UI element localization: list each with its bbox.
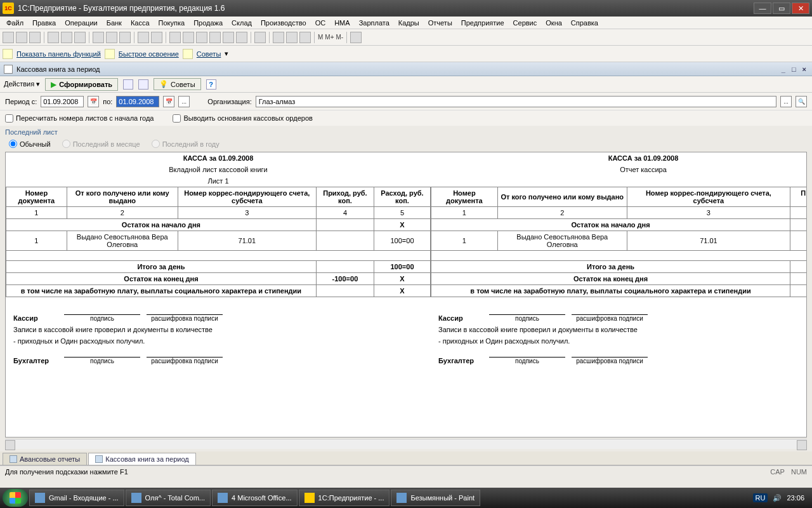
tips-link[interactable]: Советы [197,50,221,58]
menu-bank[interactable]: Банк [103,18,126,28]
menu-staff[interactable]: Кадры [395,18,423,28]
minimize-button[interactable]: — [754,3,771,14]
col-doc-num: Номер документа [6,187,67,207]
menu-warehouse[interactable]: Склад [228,18,256,28]
menu-service[interactable]: Сервис [509,18,541,28]
tool-icon[interactable] [196,32,207,43]
table-icon[interactable] [273,32,284,43]
menu-cash[interactable]: Касса [127,18,154,28]
menu-file[interactable]: Файл [3,18,27,28]
find-icon[interactable] [93,32,104,43]
calendar-icon[interactable]: 📅 [163,96,174,107]
show-basis-checkbox[interactable]: Выводить основания кассовых ордеров [173,114,312,123]
maximize-button[interactable]: ▭ [773,3,790,14]
mem-m[interactable]: M [318,34,323,41]
actions-dropdown[interactable]: Действия ▾ [4,80,40,88]
accountant-label: Бухгалтер [438,357,483,364]
close-button[interactable]: ✕ [792,3,809,14]
taskbar: Gmail - Входящие - ... Оля^ - Total Com.… [0,488,812,508]
menu-production[interactable]: Производство [257,18,310,28]
redo-icon[interactable] [119,32,131,43]
bulb-icon: 💡 [159,80,168,88]
group-title: Последний лист [5,127,807,137]
calendar-icon[interactable] [151,32,162,43]
taskbar-totalcmd[interactable]: Оля^ - Total Com... [126,490,211,506]
period-picker-button[interactable]: ... [178,96,190,107]
org-input[interactable]: Глаз-алмаз [256,96,776,107]
radio-usual[interactable]: Обычный [9,140,51,148]
tool-icon[interactable] [209,32,221,43]
status-num: NUM [791,468,807,476]
colnum: 3 [178,207,316,219]
paste-icon[interactable] [74,32,86,43]
tips-button[interactable]: 💡Советы [154,78,200,90]
mem-mplus[interactable]: M+ [325,34,334,41]
menu-edit[interactable]: Правка [29,18,60,28]
form-button[interactable]: ▶Сформировать [45,78,118,91]
help-button[interactable]: ? [206,79,216,90]
org-search-button[interactable]: 🔍 [796,96,807,107]
open-icon[interactable] [16,32,27,43]
radio-month[interactable]: Последний в месяце [62,140,140,148]
tool-icon[interactable] [223,32,234,43]
date-to-input[interactable] [116,96,159,107]
menu-reports[interactable]: Отчеты [424,18,456,28]
table-icon[interactable] [299,32,311,43]
tab-advance-reports[interactable]: Авансовые отчеты [3,453,87,465]
date-from-input[interactable] [41,96,84,107]
doc-restore-button[interactable]: _ [780,65,787,73]
menu-help[interactable]: Справка [567,18,602,28]
tool1-icon[interactable] [123,79,133,90]
lang-indicator[interactable]: RU [753,493,768,502]
office-icon [218,493,228,503]
horizontal-scrollbar[interactable] [5,439,807,449]
menu-windows[interactable]: Окна [542,18,566,28]
menu-operations[interactable]: Операции [61,18,101,28]
fast-learn-link[interactable]: Быстрое освоение [119,50,179,58]
colnum: 3 [627,207,790,219]
save-icon[interactable] [29,32,41,43]
tool-icon[interactable] [236,32,247,43]
radio-year[interactable]: Последний в году [152,140,219,148]
clock[interactable]: 23:06 [787,494,804,502]
tab-cash-book[interactable]: Кассовая книга за период [88,453,195,465]
menu-purchase[interactable]: Покупка [155,18,189,28]
menu-os[interactable]: ОС [311,18,330,28]
dropdown-icon[interactable]: ▾ [225,50,228,58]
help-icon[interactable] [254,32,266,43]
new-icon[interactable] [3,32,14,43]
doc-max-button[interactable]: □ [790,65,798,73]
taskbar-office[interactable]: 4 Microsoft Office... [212,490,298,506]
mem-mminus[interactable]: M- [336,34,344,41]
taskbar-paint[interactable]: Безымянный - Paint [391,490,480,506]
menu-salary[interactable]: Зарплата [355,18,393,28]
menu-enterprise[interactable]: Предприятие [457,18,508,28]
taskbar-1c[interactable]: 1С:Предприятие - ... [299,490,390,506]
cut-icon[interactable] [48,32,59,43]
tool-icon[interactable] [169,32,181,43]
org-dots-button[interactable]: ... [780,96,792,107]
tray-icon[interactable]: 🔊 [773,494,782,502]
recalc-checkbox[interactable]: Пересчитать номера листов с начала года [5,114,154,123]
undo-icon[interactable] [106,32,117,43]
row-salary: в том числе на заработную плату, выплаты… [6,285,317,297]
cell: 100=00 [374,261,430,273]
window-title: 1С:Предприятие - Бухгалтерия предприятия… [18,4,754,13]
calendar-icon[interactable]: 📅 [88,96,99,107]
calc-icon[interactable] [138,32,149,43]
row-start: Остаток на начало дня [6,219,317,231]
menu-sale[interactable]: Продажа [190,18,226,28]
report-title: КАССА за 01.09.2008 [6,152,431,164]
tool2-icon[interactable] [138,79,148,90]
tool-icon[interactable] [183,32,194,43]
table-icon[interactable] [286,32,298,43]
start-button[interactable] [3,489,28,507]
report-area[interactable]: КАССА за 01.09.2008 Вкладной лист кассов… [5,152,807,438]
show-panel-link[interactable]: Показать панель функций [16,50,101,58]
menu-nma[interactable]: НМА [331,18,353,28]
taskbar-gmail[interactable]: Gmail - Входящие - ... [29,490,124,506]
doc-close-button[interactable]: × [801,65,808,73]
copy-icon[interactable] [61,32,72,43]
colnum: 1 [6,207,67,219]
settings-icon[interactable] [350,32,362,43]
